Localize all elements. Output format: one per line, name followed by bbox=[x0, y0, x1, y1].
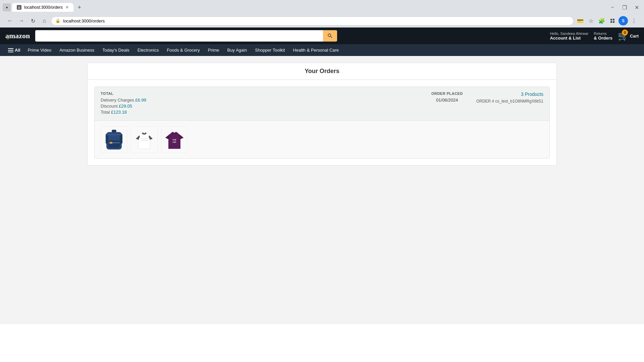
search-bar bbox=[35, 30, 337, 42]
lock-icon: 🔒 bbox=[55, 18, 60, 23]
products-link[interactable]: 3 Products bbox=[521, 92, 543, 97]
svg-rect-2 bbox=[610, 21, 612, 23]
product-thumb-1[interactable] bbox=[101, 126, 127, 153]
browser-top-bar: ▾ a localhost:3000/orders ✕ + − ❐ ✕ bbox=[3, 3, 641, 12]
profile-button[interactable]: S bbox=[619, 16, 628, 25]
refresh-button[interactable]: ↻ bbox=[28, 16, 38, 25]
minimize-button[interactable]: − bbox=[608, 3, 617, 12]
order-products: FOR LIFE bbox=[95, 121, 549, 158]
tab-close-button[interactable]: ✕ bbox=[65, 5, 69, 10]
bookmark-icon-button[interactable]: ☆ bbox=[586, 16, 596, 25]
window-controls: − ❐ ✕ bbox=[608, 3, 641, 12]
nav-todays-deals[interactable]: Today's Deals bbox=[99, 46, 133, 54]
browser-nav-bar: ← → ↻ ⌂ 🔒 💳 ☆ 🧩 S ⋮ bbox=[3, 14, 641, 27]
order-header: TOTAL Delivery Charges £6.99 Discount £2… bbox=[95, 87, 549, 121]
account-menu[interactable]: Hello, Sandeep Ahirwar Account & List bbox=[550, 32, 588, 41]
browser-tab-active[interactable]: a localhost:3000/orders ✕ bbox=[12, 3, 73, 12]
nav-prime-video[interactable]: Prime Video bbox=[24, 46, 55, 54]
delivery-charges-amount: £6.99 bbox=[135, 98, 146, 103]
svg-rect-9 bbox=[106, 134, 108, 144]
nav-electronics[interactable]: Electronics bbox=[134, 46, 162, 54]
more-button[interactable]: ⋮ bbox=[629, 16, 639, 25]
amazon-nav: All Prime Video Amazon Business Today's … bbox=[0, 44, 644, 56]
order-placed-section: ORDER PLACED 01/06/2024 bbox=[431, 92, 463, 103]
order-total-section: TOTAL Delivery Charges £6.99 Discount £2… bbox=[101, 92, 418, 116]
search-input[interactable] bbox=[35, 30, 323, 42]
product-thumb-2[interactable] bbox=[131, 126, 158, 153]
account-greeting: Hello, Sandeep Ahirwar bbox=[550, 32, 588, 36]
nav-buy-again[interactable]: Buy Again bbox=[224, 46, 251, 54]
svg-text:LIFE: LIFE bbox=[173, 141, 176, 143]
browser-tabs: ▾ a localhost:3000/orders ✕ + bbox=[3, 3, 84, 12]
extension-icon-button[interactable]: 🧩 bbox=[597, 16, 606, 25]
orders-title-bar: Your Orders bbox=[88, 63, 556, 80]
order-number-prefix: ORDER # bbox=[476, 99, 494, 104]
svg-rect-3 bbox=[613, 21, 614, 23]
nav-shopper-toolkit[interactable]: Shopper Toolkit bbox=[252, 46, 288, 54]
svg-rect-0 bbox=[610, 19, 612, 20]
order-id-section: 3 Products ORDER # cs_test_b1O8NMRgX6ltS… bbox=[476, 92, 543, 104]
nav-foods-grocery[interactable]: Foods & Grocery bbox=[163, 46, 203, 54]
restore-button[interactable]: ❐ bbox=[620, 3, 629, 12]
header-right: Hello, Sandeep Ahirwar Account & List Re… bbox=[550, 31, 639, 41]
order-placed-date: 01/06/2024 bbox=[431, 98, 463, 103]
page-content: Your Orders TOTAL Delivery Charges £6.99… bbox=[0, 56, 644, 324]
orders-container: Your Orders TOTAL Delivery Charges £6.99… bbox=[87, 63, 557, 166]
cart-button[interactable]: 🛒 0 Cart bbox=[618, 31, 639, 41]
account-label: Account & List bbox=[550, 36, 588, 41]
order-placed-label: ORDER PLACED bbox=[431, 92, 463, 96]
product-thumb-3[interactable]: FOR LIFE bbox=[161, 126, 188, 153]
wallet-icon-button[interactable]: 💳 bbox=[576, 16, 585, 25]
discount-amount: £29.05 bbox=[119, 104, 132, 109]
nav-amazon-business[interactable]: Amazon Business bbox=[56, 46, 98, 54]
nav-health-personal-care[interactable]: Health & Personal Care bbox=[290, 46, 342, 54]
amazon-page: amazon ⌣ Hello, Sandeep Ahirwar Account … bbox=[0, 27, 644, 362]
nav-prime[interactable]: Prime bbox=[205, 46, 223, 54]
returns-label: Returns bbox=[594, 32, 612, 36]
delivery-charges-label: Delivery Charges bbox=[101, 98, 134, 103]
purple-tshirt-image: FOR LIFE bbox=[163, 127, 186, 152]
total-section-label: TOTAL bbox=[101, 92, 418, 96]
svg-rect-10 bbox=[120, 134, 122, 144]
order-number-value: cs_test_b1O8NMRgX6ltS1 bbox=[495, 99, 543, 104]
browser-chrome: ▾ a localhost:3000/orders ✕ + − ❐ ✕ ← → … bbox=[0, 0, 644, 27]
browser-toolbar-icons: 💳 ☆ 🧩 S ⋮ bbox=[576, 16, 639, 25]
svg-text:FOR: FOR bbox=[173, 139, 176, 141]
total-label: Total bbox=[101, 110, 110, 115]
tab-favicon: a bbox=[17, 5, 21, 10]
hamburger-menu[interactable]: All bbox=[5, 46, 23, 54]
search-icon bbox=[327, 33, 333, 39]
amazon-smile-icon: ⌣ bbox=[7, 37, 10, 41]
order-card: TOTAL Delivery Charges £6.99 Discount £2… bbox=[94, 86, 550, 159]
discount-label: Discount bbox=[101, 104, 118, 109]
baseball-shirt-image bbox=[132, 127, 156, 152]
address-bar[interactable]: 🔒 bbox=[51, 16, 574, 25]
returns-orders-menu[interactable]: Returns & Orders bbox=[594, 32, 612, 41]
total-line: Total £123.18 bbox=[101, 110, 418, 115]
delivery-charges-line: Delivery Charges £6.99 bbox=[101, 98, 418, 103]
new-tab-button[interactable]: + bbox=[75, 3, 84, 12]
url-input[interactable] bbox=[63, 18, 569, 23]
total-amount: £123.18 bbox=[111, 110, 127, 115]
close-button[interactable]: ✕ bbox=[632, 3, 641, 12]
puzzle-icon-button[interactable] bbox=[608, 16, 617, 25]
search-button[interactable] bbox=[323, 30, 337, 42]
amazon-header: amazon ⌣ Hello, Sandeep Ahirwar Account … bbox=[0, 27, 644, 44]
orders-label: & Orders bbox=[594, 36, 612, 41]
cart-count: 0 bbox=[622, 29, 628, 36]
cart-label: Cart bbox=[630, 34, 639, 39]
forward-button[interactable]: → bbox=[17, 16, 26, 25]
back-button[interactable]: ← bbox=[5, 16, 15, 25]
svg-rect-1 bbox=[613, 19, 614, 20]
order-number: ORDER # cs_test_b1O8NMRgX6ltS1 bbox=[476, 99, 543, 104]
hamburger-all-label: All bbox=[15, 48, 20, 53]
hamburger-icon bbox=[8, 48, 13, 52]
tab-title: localhost:3000/orders bbox=[24, 5, 63, 10]
amazon-logo[interactable]: amazon ⌣ bbox=[5, 32, 30, 40]
svg-rect-5 bbox=[112, 130, 116, 132]
home-button[interactable]: ⌂ bbox=[40, 16, 49, 25]
svg-rect-6 bbox=[108, 140, 120, 148]
tab-dropdown-button[interactable]: ▾ bbox=[3, 3, 11, 11]
svg-rect-8 bbox=[110, 142, 112, 144]
orders-title: Your Orders bbox=[94, 68, 550, 75]
